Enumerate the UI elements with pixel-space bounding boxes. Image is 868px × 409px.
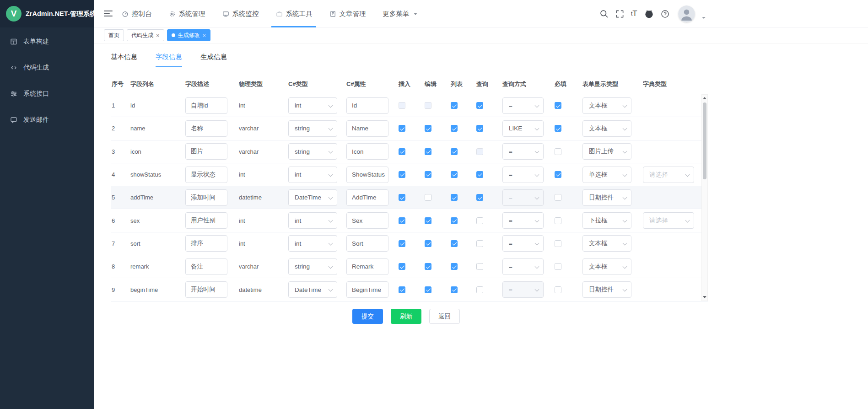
csharp-property-input[interactable]: BeginTime: [346, 281, 388, 298]
required-checkbox[interactable]: [555, 194, 561, 201]
query-checkbox[interactable]: [476, 194, 483, 201]
collapse-menu-icon[interactable]: [104, 11, 113, 16]
nav-item-dashboard[interactable]: 控制台: [122, 0, 152, 27]
sidebar-item-send-mail[interactable]: 发送邮件: [0, 107, 94, 133]
insert-checkbox[interactable]: [399, 148, 405, 155]
description-input[interactable]: 开始时间: [185, 281, 227, 298]
close-icon[interactable]: [203, 32, 206, 38]
required-checkbox[interactable]: [555, 125, 561, 132]
github-icon[interactable]: [644, 9, 654, 19]
display-type-select[interactable]: 单选框: [582, 167, 631, 183]
font-size-icon[interactable]: tT: [631, 9, 637, 18]
refresh-button[interactable]: 刷新: [391, 309, 421, 324]
edit-checkbox[interactable]: [425, 148, 431, 155]
csharp-type-select[interactable]: int: [288, 212, 337, 229]
list-checkbox[interactable]: [451, 240, 458, 247]
display-type-select[interactable]: 日期控件: [582, 189, 631, 206]
required-checkbox[interactable]: [555, 240, 561, 247]
submit-button[interactable]: 提交: [352, 309, 383, 324]
edit-checkbox[interactable]: [425, 263, 431, 270]
app-logo[interactable]: V ZrAdmin.NET-管理系统: [0, 0, 94, 27]
query-checkbox[interactable]: [476, 102, 483, 109]
list-checkbox[interactable]: [451, 102, 458, 109]
search-icon[interactable]: [599, 9, 609, 18]
scroll-up-icon[interactable]: [702, 95, 707, 101]
description-input[interactable]: 自增id: [185, 97, 227, 114]
insert-checkbox[interactable]: [399, 263, 405, 270]
display-type-select[interactable]: 下拉框: [582, 212, 631, 229]
required-checkbox[interactable]: [555, 286, 561, 293]
list-checkbox[interactable]: [451, 194, 458, 201]
display-type-select[interactable]: 日期控件: [582, 281, 631, 298]
back-button[interactable]: 返回: [429, 309, 460, 324]
query-checkbox[interactable]: [476, 217, 483, 224]
description-input[interactable]: 显示状态: [185, 167, 227, 183]
tag-home[interactable]: 首页: [104, 29, 124, 41]
avatar[interactable]: [678, 5, 695, 22]
edit-checkbox[interactable]: [425, 125, 431, 132]
nav-item-system-tools[interactable]: 系统工具: [276, 0, 313, 27]
insert-checkbox[interactable]: [399, 125, 405, 132]
display-type-select[interactable]: 文本框: [582, 97, 631, 114]
csharp-property-input[interactable]: Sort: [346, 235, 388, 252]
list-checkbox[interactable]: [451, 217, 458, 224]
csharp-type-select[interactable]: int: [288, 97, 337, 114]
csharp-property-input[interactable]: AddTime: [346, 189, 388, 206]
csharp-type-select[interactable]: int: [288, 167, 337, 183]
insert-checkbox[interactable]: [399, 171, 405, 178]
insert-checkbox[interactable]: [399, 194, 405, 201]
csharp-type-select[interactable]: DateTime: [288, 281, 337, 298]
required-checkbox[interactable]: [555, 102, 561, 109]
nav-item-article-manage[interactable]: 文章管理: [329, 0, 366, 27]
display-type-select[interactable]: 文本框: [582, 258, 631, 275]
csharp-type-select[interactable]: string: [288, 120, 337, 137]
query-checkbox[interactable]: [476, 125, 483, 132]
nav-item-more-menu[interactable]: 更多菜单: [383, 0, 417, 27]
list-checkbox[interactable]: [451, 263, 458, 270]
sidebar-item-system-api[interactable]: 系统接口: [0, 81, 94, 107]
sidebar-item-code-gen[interactable]: 代码生成: [0, 54, 94, 81]
display-type-select[interactable]: 图片上传: [582, 143, 631, 160]
query-checkbox[interactable]: [476, 263, 483, 270]
query-method-select[interactable]: =: [502, 167, 544, 183]
table-scrollbar[interactable]: [701, 94, 708, 301]
description-input[interactable]: 排序: [185, 235, 227, 252]
query-checkbox[interactable]: [476, 171, 483, 178]
help-icon[interactable]: [661, 10, 669, 18]
description-input[interactable]: 名称: [185, 120, 227, 137]
csharp-type-select[interactable]: DateTime: [288, 189, 337, 206]
query-method-select[interactable]: =: [502, 258, 544, 275]
display-type-select[interactable]: 文本框: [582, 235, 631, 252]
scrollbar-thumb[interactable]: [703, 102, 706, 179]
edit-checkbox[interactable]: [425, 194, 431, 201]
edit-checkbox[interactable]: [425, 240, 431, 247]
description-input[interactable]: 添加时间: [185, 189, 227, 206]
query-method-select[interactable]: =: [502, 97, 544, 114]
display-type-select[interactable]: 文本框: [582, 120, 631, 137]
sidebar-item-form-build[interactable]: 表单构建: [0, 28, 94, 54]
csharp-property-input[interactable]: Name: [346, 120, 388, 137]
list-checkbox[interactable]: [451, 125, 458, 132]
list-checkbox[interactable]: [451, 286, 458, 293]
csharp-type-select[interactable]: string: [288, 258, 337, 275]
scroll-down-icon[interactable]: [702, 294, 707, 300]
csharp-property-input[interactable]: Remark: [346, 258, 388, 275]
list-checkbox[interactable]: [451, 148, 458, 155]
description-input[interactable]: 图片: [185, 143, 227, 160]
dict-type-select[interactable]: 请选择: [643, 212, 694, 229]
insert-checkbox[interactable]: [399, 217, 405, 224]
required-checkbox[interactable]: [555, 148, 561, 155]
required-checkbox[interactable]: [555, 263, 561, 270]
fullscreen-icon[interactable]: [615, 10, 624, 18]
csharp-property-input[interactable]: ShowStatus: [346, 167, 388, 183]
csharp-property-input[interactable]: Id: [346, 97, 388, 114]
tag-gen-edit[interactable]: 生成修改: [167, 29, 211, 41]
description-input[interactable]: 用户性别: [185, 212, 227, 229]
nav-item-system-manage[interactable]: 系统管理: [169, 0, 205, 27]
nav-item-system-monitor[interactable]: 系统监控: [222, 0, 259, 27]
insert-checkbox[interactable]: [399, 240, 405, 247]
edit-checkbox[interactable]: [425, 217, 431, 224]
query-method-select[interactable]: =: [502, 143, 544, 160]
close-icon[interactable]: [156, 32, 160, 38]
avatar-caret-icon[interactable]: [702, 17, 706, 19]
